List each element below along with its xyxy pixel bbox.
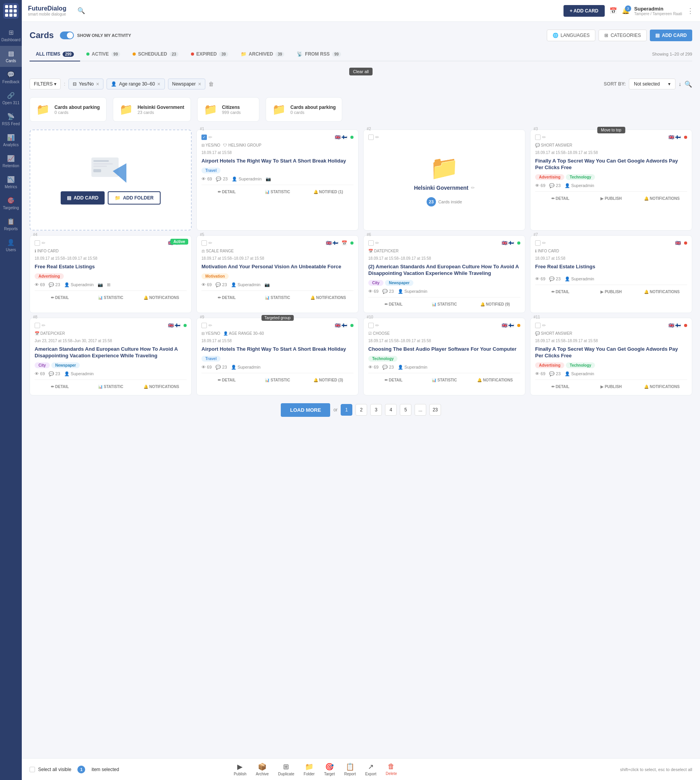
- page-btn-5[interactable]: 5: [400, 404, 411, 416]
- card-item-2-folder[interactable]: #2 ✏ 📁 Helsinki Government ✏ 23 Cards in…: [363, 129, 525, 231]
- card-8-checkbox[interactable]: [35, 323, 40, 328]
- page-btn-4[interactable]: 4: [385, 404, 397, 416]
- sidebar-item-reports[interactable]: 📋 Reports: [0, 214, 22, 235]
- card-11-publish-btn[interactable]: ▶ PUBLISH: [586, 383, 636, 390]
- card-3-publish-btn[interactable]: ▶ PUBLISH: [586, 195, 636, 202]
- sidebar-item-analytics[interactable]: 📊 Analytics: [0, 130, 22, 151]
- sort-direction-icon[interactable]: ↓: [679, 81, 681, 87]
- load-more-button[interactable]: LOAD MORE: [281, 403, 330, 417]
- card-6-checkbox[interactable]: [368, 240, 374, 246]
- card-1-edit-icon[interactable]: ✏: [208, 135, 212, 140]
- sidebar-item-targeting[interactable]: 🎯 Targeting: [0, 193, 22, 214]
- tab-scheduled[interactable]: SCHEDULED 23: [126, 47, 185, 61]
- topbar-add-card-button[interactable]: + ADD CARD: [564, 5, 605, 17]
- tag-technology-10[interactable]: Technology: [368, 356, 397, 362]
- card-8-edit-icon[interactable]: ✏: [42, 323, 46, 328]
- sidebar-logo[interactable]: [3, 3, 19, 19]
- card-11-detail-btn[interactable]: ✏ DETAIL: [535, 383, 586, 390]
- card-3-detail-btn[interactable]: ✏ DETAIL: [535, 195, 586, 202]
- folder-grid-edit-2[interactable]: ✏: [471, 185, 475, 191]
- card-9-checkbox[interactable]: [201, 323, 207, 328]
- page-btn-23[interactable]: 23: [429, 404, 441, 416]
- tag-technology-3[interactable]: Technology: [566, 174, 595, 180]
- card-6-notified-btn[interactable]: 🔔 NOTIFIED (9): [470, 301, 520, 308]
- card-item-11[interactable]: #11 ✏ 🇬🇧 🇫🇮 💬 SHORT ANSWER 18.09.17 at 1…: [530, 318, 692, 395]
- tab-expired[interactable]: EXPIRED 39: [185, 47, 234, 61]
- card-item-1[interactable]: #1 ✓ ✏ 🇬🇧 🇫🇮 ⊟ YES/NO 🛡 HELSINKI GROUP 1…: [196, 129, 359, 231]
- sidebar-item-metrics[interactable]: 📉 Metrics: [0, 172, 22, 193]
- folder-parking[interactable]: 📁 Cards about parking 0 cards: [30, 97, 107, 122]
- filters-dropdown[interactable]: FILTERS ▾: [30, 79, 61, 89]
- card-6-edit-icon[interactable]: ✏: [375, 240, 379, 246]
- calendar-icon[interactable]: 📅: [609, 7, 617, 14]
- tab-all-items[interactable]: ALL ITEMS 299: [30, 47, 80, 61]
- tag-travel-1[interactable]: Travel: [201, 168, 220, 173]
- card-10-edit-icon[interactable]: ✏: [375, 323, 379, 328]
- sidebar-item-users[interactable]: 👤 Users: [0, 235, 22, 256]
- sort-dropdown[interactable]: Not selected ▾: [629, 79, 676, 89]
- tag-technology-11[interactable]: Technology: [566, 362, 595, 368]
- sidebar-item-cards[interactable]: ▤ Cards: [0, 46, 22, 67]
- card-8-detail-btn[interactable]: ✏ DETAIL: [35, 383, 85, 390]
- filter-newspaper-remove[interactable]: ×: [198, 81, 201, 87]
- toggle-switch[interactable]: [60, 31, 74, 39]
- card-7-checkbox[interactable]: [535, 240, 541, 246]
- placeholder-add-folder-button[interactable]: 📁 ADD FOLDER: [108, 191, 161, 205]
- card-3-checkbox[interactable]: [535, 135, 541, 140]
- folder-citizens[interactable]: 📁 Citizens 999 cards: [197, 97, 259, 122]
- categories-button[interactable]: ⊞ CATEGORIES: [598, 30, 647, 41]
- card-7-edit-icon[interactable]: ✏: [542, 240, 546, 246]
- sidebar-item-dashboard[interactable]: ⊞ Dashboard: [0, 25, 22, 46]
- card-9-notified-btn[interactable]: 🔔 NOTIFIED (3): [303, 376, 354, 384]
- card-9-edit-icon[interactable]: ✏: [208, 323, 212, 328]
- search-icon[interactable]: 🔍: [77, 7, 85, 14]
- card-item-9[interactable]: Targeted group #9 ✏ 🇬🇧 🇫🇮 ⊟ YES/NO 👤 AGE…: [196, 318, 359, 395]
- placeholder-add-card-button[interactable]: ▤ ADD CARD: [61, 191, 105, 205]
- card-1-checkbox[interactable]: ✓: [201, 135, 207, 140]
- tab-active[interactable]: ACTIVE 99: [80, 47, 126, 61]
- card-11-edit-icon[interactable]: ✏: [542, 323, 546, 328]
- card-item-8[interactable]: #8 ✏ 🇬🇧 🇫🇮 📅 DATEPICKER Jun 23, 2017 at …: [30, 318, 192, 395]
- notification-icon[interactable]: 🔔 3: [622, 7, 630, 14]
- card-item-6[interactable]: #6 ✏ 🇬🇧 🇫🇮 📅 DATEPICKER 18.09.17 at 15:5…: [363, 235, 525, 313]
- show-my-activity-toggle[interactable]: SHOW ONLY MY ACTIVITY: [60, 31, 131, 39]
- tag-advertising-4[interactable]: Advertising: [35, 273, 64, 279]
- card-5-checkbox[interactable]: [201, 240, 207, 246]
- card-8-statistic-btn[interactable]: 📊 STATISTIC: [85, 383, 136, 390]
- card-10-detail-btn[interactable]: ✏ DETAIL: [368, 376, 419, 384]
- sidebar-item-open311[interactable]: 🔗 Open 311: [0, 88, 22, 109]
- tab-archived[interactable]: 📁 ARCHIVED 39: [234, 47, 291, 61]
- card-6-detail-btn[interactable]: ✏ DETAIL: [368, 301, 419, 308]
- card-2-checkbox[interactable]: [368, 135, 374, 140]
- filter-yesno-remove[interactable]: ×: [96, 81, 99, 87]
- sidebar-item-retention[interactable]: 📈 Retention: [0, 151, 22, 172]
- page-btn-3[interactable]: 3: [370, 404, 382, 416]
- card-1-detail-btn[interactable]: ✏ DETAIL: [201, 188, 252, 196]
- tag-travel-9[interactable]: Travel: [201, 356, 220, 362]
- tag-city-8[interactable]: City: [35, 362, 50, 368]
- tag-motivation-5[interactable]: Motivation: [201, 273, 229, 279]
- card-10-statistic-btn[interactable]: 📊 STATISTIC: [419, 376, 469, 384]
- card-1-notified-btn[interactable]: 🔔 NOTIFIED (1): [303, 188, 354, 196]
- card-2-edit-icon[interactable]: ✏: [375, 135, 379, 140]
- sidebar-item-rss[interactable]: 📡 RSS Feed: [0, 109, 22, 130]
- card-3-edit-icon[interactable]: ✏: [542, 135, 546, 140]
- tab-rss[interactable]: 📡 FROM RSS 99: [290, 47, 347, 61]
- card-5-notifications-btn[interactable]: 🔔 NOTIFICATIONS: [303, 294, 354, 301]
- page-btn-1[interactable]: 1: [341, 404, 352, 416]
- card-4-statistic-btn[interactable]: 📊 STATISTIC: [85, 294, 136, 301]
- card-item-10[interactable]: #10 ✏ 🇬🇧 🇫🇮 ☑ CHOOSE 18.09.17 at 15:58–1…: [363, 318, 525, 395]
- languages-button[interactable]: 🌐 LANGUAGES: [547, 30, 596, 41]
- card-8-notifications-btn[interactable]: 🔔 NOTIFICATIONS: [136, 383, 187, 390]
- card-item-3[interactable]: Move to top #3 ✏ 🇬🇧 🇫🇮 💬 SHORT ANSWER 18…: [530, 129, 692, 231]
- add-card-button[interactable]: ▤ ADD CARD: [650, 30, 692, 41]
- card-3-notifications-btn[interactable]: 🔔 NOTIFICATIONS: [637, 195, 687, 202]
- tag-advertising-3[interactable]: Advertising: [535, 174, 564, 180]
- tag-newspaper-6[interactable]: Newspaper: [385, 280, 413, 286]
- card-10-checkbox[interactable]: [368, 323, 374, 328]
- folder-parking2[interactable]: 📁 Cards about parking 0 cards: [266, 97, 343, 122]
- sidebar-item-feedback[interactable]: 💬 Feedback: [0, 67, 22, 88]
- tag-newspaper-8[interactable]: Newspaper: [51, 362, 80, 368]
- clear-all-tooltip[interactable]: Clear all: [349, 68, 373, 75]
- filter-delete-icon[interactable]: 🗑: [208, 81, 214, 87]
